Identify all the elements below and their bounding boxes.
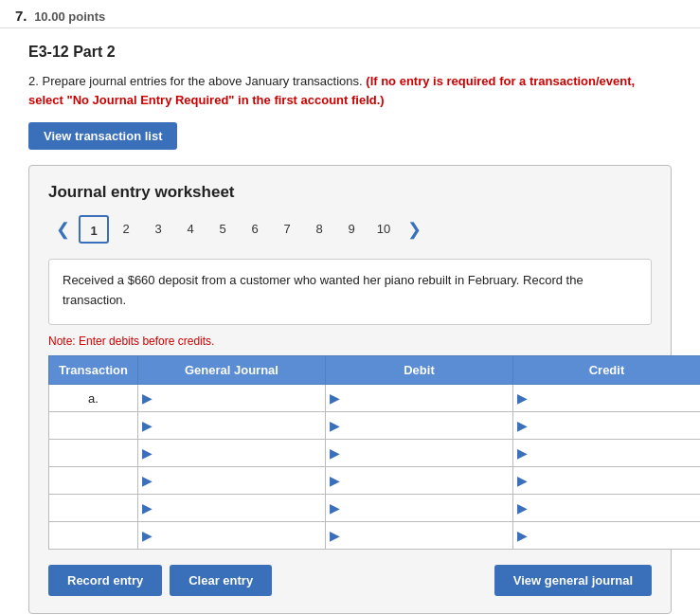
debit-cell-5[interactable]: ▶ (325, 522, 512, 550)
dropdown-arrow-credit-3[interactable]: ▶ (517, 473, 528, 488)
debit-input-1[interactable] (342, 412, 509, 439)
debit-input-5[interactable] (342, 522, 509, 549)
credit-input-4[interactable] (529, 495, 696, 521)
dropdown-arrow-credit-4[interactable]: ▶ (517, 500, 528, 516)
credit-input-3[interactable] (529, 467, 696, 494)
page-2[interactable]: 2 (111, 215, 141, 244)
credit-input-1[interactable] (529, 412, 696, 439)
dropdown-arrow-gj-1[interactable]: ▶ (142, 418, 153, 433)
page-6[interactable]: 6 (240, 215, 270, 244)
dropdown-arrow-gj-5[interactable]: ▶ (142, 528, 153, 543)
page-4[interactable]: 4 (175, 215, 206, 244)
col-general-journal: General Journal (137, 356, 325, 385)
dropdown-arrow-credit-2[interactable]: ▶ (517, 445, 528, 461)
transaction-description: Received a $660 deposit from a customer … (48, 259, 652, 325)
debit-input-2[interactable] (342, 440, 509, 466)
credit-cell-0[interactable]: ▶ (512, 385, 700, 412)
general-journal-cell-1[interactable]: ▶ (137, 412, 325, 440)
page-5[interactable]: 5 (207, 215, 238, 244)
debit-cell-1[interactable]: ▶ (325, 412, 512, 440)
credit-cell-4[interactable]: ▶ (512, 495, 700, 522)
debit-cell-0[interactable]: ▶ (325, 385, 512, 412)
worksheet-title: Journal entry worksheet (48, 183, 652, 202)
col-debit: Debit (325, 356, 512, 385)
transaction-cell-2 (49, 440, 138, 467)
dropdown-arrow-debit-5[interactable]: ▶ (330, 528, 340, 543)
page-7[interactable]: 7 (272, 215, 302, 244)
transaction-cell-0: a. (49, 385, 138, 412)
credit-cell-5[interactable]: ▶ (512, 522, 700, 550)
debit-cell-2[interactable]: ▶ (325, 440, 512, 467)
general-journal-cell-5[interactable]: ▶ (137, 522, 325, 550)
credit-cell-2[interactable]: ▶ (512, 440, 700, 467)
debit-cell-4[interactable]: ▶ (325, 495, 512, 522)
general-journal-cell-0[interactable]: ▶ (137, 385, 325, 412)
general-journal-input-5[interactable] (154, 522, 321, 549)
question-number: 7. (15, 8, 27, 24)
debit-cell-3[interactable]: ▶ (325, 467, 512, 495)
instructions-text: Prepare journal entries for the above Ja… (42, 74, 362, 88)
credit-input-0[interactable] (529, 385, 696, 411)
dropdown-arrow-gj-4[interactable]: ▶ (142, 500, 153, 516)
general-journal-input-3[interactable] (154, 467, 321, 494)
general-journal-cell-4[interactable]: ▶ (137, 495, 325, 522)
general-journal-cell-2[interactable]: ▶ (137, 440, 325, 467)
transaction-cell-5 (49, 522, 138, 550)
general-journal-input-0[interactable] (154, 385, 321, 411)
clear-entry-button[interactable]: Clear entry (170, 565, 272, 596)
debit-input-4[interactable] (342, 495, 509, 521)
note-text: Note: Enter debits before credits. (48, 335, 652, 348)
prev-page-button[interactable]: ❮ (48, 215, 78, 244)
transaction-cell-4 (49, 495, 138, 522)
dropdown-arrow-debit-4[interactable]: ▶ (330, 500, 340, 516)
page-8[interactable]: 8 (304, 215, 334, 244)
record-entry-button[interactable]: Record entry (48, 565, 162, 596)
transaction-cell-1 (49, 412, 138, 440)
credit-input-2[interactable] (529, 440, 696, 466)
dropdown-arrow-credit-1[interactable]: ▶ (517, 418, 528, 433)
part-title: E3-12 Part 2 (28, 44, 672, 61)
points-label: 10.00 points (34, 9, 105, 24)
transaction-cell-3 (49, 467, 138, 495)
credit-cell-3[interactable]: ▶ (512, 467, 700, 495)
journal-table: Transaction General Journal Debit Credit… (48, 355, 700, 550)
dropdown-arrow-gj-0[interactable]: ▶ (142, 390, 153, 406)
dropdown-arrow-debit-2[interactable]: ▶ (330, 445, 340, 461)
general-journal-input-4[interactable] (154, 495, 321, 521)
dropdown-arrow-debit-1[interactable]: ▶ (330, 418, 340, 433)
page-10[interactable]: 10 (368, 215, 399, 244)
dropdown-arrow-credit-5[interactable]: ▶ (517, 528, 528, 543)
debit-input-3[interactable] (342, 467, 509, 494)
col-credit: Credit (512, 356, 700, 385)
dropdown-arrow-debit-3[interactable]: ▶ (330, 473, 340, 488)
view-transaction-button[interactable]: View transaction list (28, 122, 177, 150)
col-transaction: Transaction (49, 356, 138, 385)
dropdown-arrow-gj-3[interactable]: ▶ (142, 473, 153, 488)
pagination: ❮ 1 2 3 4 5 6 7 8 9 10 ❯ (48, 215, 652, 244)
page-9[interactable]: 9 (336, 215, 367, 244)
dropdown-arrow-debit-0[interactable]: ▶ (330, 390, 340, 406)
general-journal-input-2[interactable] (154, 440, 321, 466)
instructions-number: 2. (28, 74, 39, 88)
credit-cell-1[interactable]: ▶ (512, 412, 700, 440)
view-general-journal-button[interactable]: View general journal (494, 565, 652, 596)
dropdown-arrow-credit-0[interactable]: ▶ (517, 390, 528, 406)
general-journal-input-1[interactable] (154, 412, 321, 439)
instructions: 2. Prepare journal entries for the above… (28, 72, 672, 109)
worksheet-box: Journal entry worksheet ❮ 1 2 3 4 5 6 7 … (28, 165, 672, 614)
debit-input-0[interactable] (342, 385, 509, 411)
next-page-button[interactable]: ❯ (400, 215, 429, 244)
action-buttons: Record entry Clear entry View general jo… (48, 565, 652, 596)
dropdown-arrow-gj-2[interactable]: ▶ (142, 445, 153, 461)
general-journal-cell-3[interactable]: ▶ (137, 467, 325, 495)
credit-input-5[interactable] (529, 522, 696, 549)
page-3[interactable]: 3 (143, 215, 173, 244)
page-1[interactable]: 1 (79, 215, 109, 244)
